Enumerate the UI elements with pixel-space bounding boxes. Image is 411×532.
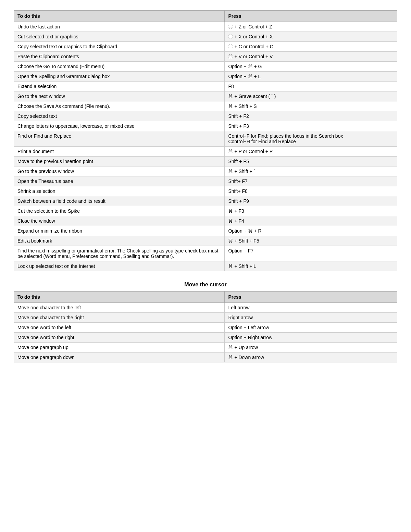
press-cell: ⌘ + Z or Control + Z <box>225 22 397 32</box>
action-cell: Find the next misspelling or grammatical… <box>14 246 225 261</box>
table-row: Move one paragraph down⌘ + Down arrow <box>14 352 397 362</box>
table-row: Open the Spelling and Grammar dialog box… <box>14 72 397 82</box>
table-row: Move one word to the rightOption + Right… <box>14 333 397 343</box>
press-cell: ⌘ + Down arrow <box>225 352 397 362</box>
action-cell: Look up selected text on the Internet <box>14 261 225 271</box>
table-row: Look up selected text on the Internet⌘ +… <box>14 261 397 271</box>
table-row: Copy selected text or graphics to the Cl… <box>14 42 397 52</box>
action-cell: Go to the next window <box>14 91 225 101</box>
action-cell: Open the Thesaurus pane <box>14 176 225 186</box>
action-cell: Paste the Clipboard contents <box>14 52 225 62</box>
table-row: Switch between a field code and its resu… <box>14 196 397 206</box>
table-row: Choose the Save As command (File menu).⌘… <box>14 101 397 111</box>
action-cell: Cut the selection to the Spike <box>14 206 225 216</box>
table-row: Find or Find and ReplaceControl+F for Fi… <box>14 131 397 147</box>
press-cell: ⌘ + P or Control + P <box>225 147 397 157</box>
table-row: Edit a bookmark⌘ + Shift + F5 <box>14 236 397 246</box>
press-cell: ⌘ + Grave accent ( ` ) <box>225 91 397 101</box>
action-cell: Copy selected text <box>14 111 225 121</box>
press-cell: Left arrow <box>225 303 397 313</box>
action-cell: Cut selected text or graphics <box>14 32 225 42</box>
press-cell: ⌘ + F3 <box>225 206 397 216</box>
press-cell: ⌘ + X or Control + X <box>225 32 397 42</box>
table-row: Find the next misspelling or grammatical… <box>14 246 397 261</box>
press-cell: F8 <box>225 82 397 91</box>
action-cell: Switch between a field code and its resu… <box>14 196 225 206</box>
action-cell: Find or Find and Replace <box>14 131 225 147</box>
action-cell: Shrink a selection <box>14 186 225 196</box>
action-cell: Move one paragraph down <box>14 352 225 362</box>
table-row: Move to the previous insertion pointShif… <box>14 157 397 166</box>
table-row: Cut selected text or graphics⌘ + X or Co… <box>14 32 397 42</box>
press-cell: Option + ⌘ + R <box>225 226 397 236</box>
table-row: Move one character to the rightRight arr… <box>14 313 397 323</box>
action-cell: Copy selected text or graphics to the Cl… <box>14 42 225 52</box>
press-cell: ⌘ + Shift + F5 <box>225 236 397 246</box>
table-row: Cut the selection to the Spike⌘ + F3 <box>14 206 397 216</box>
action-cell: Undo the last action <box>14 22 225 32</box>
press-cell: ⌘ + F4 <box>225 216 397 226</box>
action-cell: Edit a bookmark <box>14 236 225 246</box>
press-cell: Right arrow <box>225 313 397 323</box>
table1-header-col1: To do this <box>14 11 225 22</box>
table-row: Shrink a selectionShift+ F8 <box>14 186 397 196</box>
press-cell: Shift+ F8 <box>225 186 397 196</box>
table-row: Change letters to uppercase, lowercase, … <box>14 121 397 131</box>
table-row: Close the window⌘ + F4 <box>14 216 397 226</box>
press-cell: Option + ⌘ + L <box>225 72 397 82</box>
table2-header-col1: To do this <box>14 292 225 303</box>
action-cell: Close the window <box>14 216 225 226</box>
table-row: Undo the last action⌘ + Z or Control + Z <box>14 22 397 32</box>
press-cell: ⌘ + Up arrow <box>225 343 397 352</box>
table-row: Go to the previous window⌘ + Shift + ` <box>14 166 397 176</box>
press-cell: Shift + F2 <box>225 111 397 121</box>
action-cell: Extend a selection <box>14 82 225 91</box>
table-row: Open the Thesaurus paneShift+ F7 <box>14 176 397 186</box>
press-cell: Option + Right arrow <box>225 333 397 343</box>
shortcuts-table-2: To do this Press Move one character to t… <box>14 291 397 362</box>
press-cell: Option + ⌘ + G <box>225 62 397 72</box>
shortcuts-table-1: To do this Press Undo the last action⌘ +… <box>14 10 397 271</box>
action-cell: Choose the Go To command (Edit menu) <box>14 62 225 72</box>
table-row: Move one paragraph up⌘ + Up arrow <box>14 343 397 352</box>
table2-header-col2: Press <box>225 292 397 303</box>
action-cell: Move one word to the left <box>14 323 225 333</box>
press-cell: ⌘ + V or Control + V <box>225 52 397 62</box>
action-cell: Move to the previous insertion point <box>14 157 225 166</box>
press-cell: Option + Left arrow <box>225 323 397 333</box>
table-row: Choose the Go To command (Edit menu)Opti… <box>14 62 397 72</box>
press-cell: Option + F7 <box>225 246 397 261</box>
table-row: Print a document⌘ + P or Control + P <box>14 147 397 157</box>
table-row: Move one character to the leftLeft arrow <box>14 303 397 313</box>
action-cell: Change letters to uppercase, lowercase, … <box>14 121 225 131</box>
press-cell: Shift + F3 <box>225 121 397 131</box>
press-cell: ⌘ + Shift + ` <box>225 166 397 176</box>
press-cell: Control+F for Find; places the focus in … <box>225 131 397 147</box>
table-row: Copy selected textShift + F2 <box>14 111 397 121</box>
action-cell: Go to the previous window <box>14 166 225 176</box>
press-cell: Shift + F5 <box>225 157 397 166</box>
press-cell: Shift + F9 <box>225 196 397 206</box>
table-row: Extend a selectionF8 <box>14 82 397 91</box>
press-cell: ⌘ + C or Control + C <box>225 42 397 52</box>
press-cell: ⌘ + Shift + L <box>225 261 397 271</box>
action-cell: Choose the Save As command (File menu). <box>14 101 225 111</box>
press-cell: ⌘ + Shift + S <box>225 101 397 111</box>
table-row: Expand or minimize the ribbonOption + ⌘ … <box>14 226 397 236</box>
action-cell: Move one word to the right <box>14 333 225 343</box>
table1-header-col2: Press <box>225 11 397 22</box>
table-row: Paste the Clipboard contents⌘ + V or Con… <box>14 52 397 62</box>
action-cell: Move one character to the right <box>14 313 225 323</box>
table-row: Move one word to the leftOption + Left a… <box>14 323 397 333</box>
action-cell: Open the Spelling and Grammar dialog box <box>14 72 225 82</box>
action-cell: Move one character to the left <box>14 303 225 313</box>
action-cell: Expand or minimize the ribbon <box>14 226 225 236</box>
section2-title: Move the cursor <box>14 282 397 288</box>
press-cell: Shift+ F7 <box>225 176 397 186</box>
action-cell: Move one paragraph up <box>14 343 225 352</box>
table-row: Go to the next window⌘ + Grave accent ( … <box>14 91 397 101</box>
action-cell: Print a document <box>14 147 225 157</box>
